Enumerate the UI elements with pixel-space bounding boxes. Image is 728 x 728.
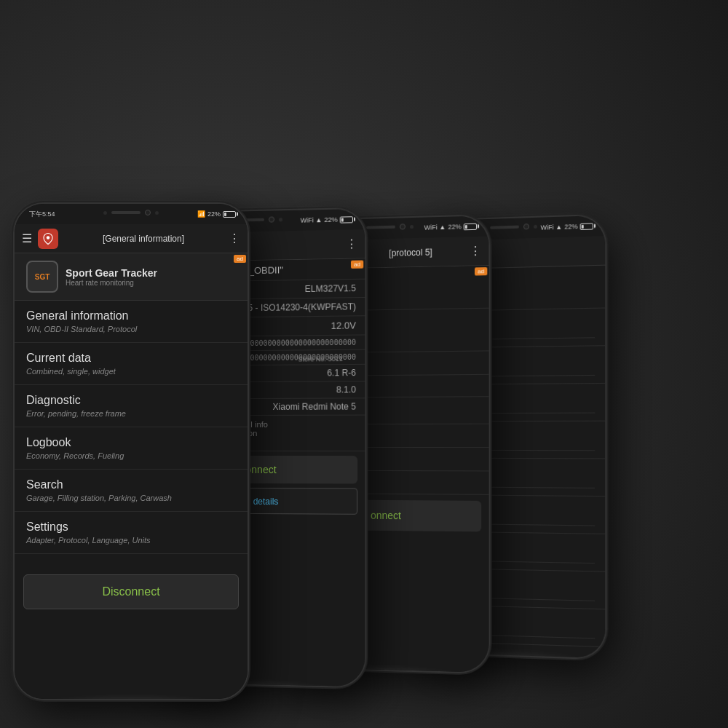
menu-current-data[interactable]: Current data Combined, single, widget [15,343,248,385]
more-icon-2: ⋮ [346,237,357,250]
main-content-1: ad SGT Sport Gear Tracker Heart rate mon… [15,253,248,699]
app-title-1: [General information] [64,234,223,244]
more-menu-1[interactable]: ⋮ [229,232,240,245]
ad-badge-3: ad [475,267,487,275]
battery-icon-2 [340,216,353,223]
battery-4: WiFi ▲ 22% [541,222,593,231]
time-1: 下午5:54 [29,210,55,219]
ad-badge-2: ad [351,261,363,269]
menu-search[interactable]: Search Garage, Filling station, Parking,… [15,470,248,512]
app-title-3: [protocol 5] [358,246,463,258]
hamburger-menu-1[interactable]: ☰ [22,232,32,245]
app-subtitle: Heart rate monitoring [66,279,236,287]
battery-status-1: 📶 22% [197,210,236,218]
battery-icon-4 [580,223,593,230]
battery-2: WiFi ▲ 22% [301,215,353,224]
sgt-logo: SGT [26,261,58,293]
disconnect-button-1[interactable]: Disconnect [23,574,239,609]
more-icon-3: ⋮ [470,244,481,258]
battery-icon-3 [464,223,477,230]
app-bar-1: ☰ [General information] ⋮ [15,224,248,253]
sgt-card: SGT Sport Gear Tracker Heart rate monito… [15,253,248,301]
sgt-info: Sport Gear Tracker Heart rate monitoring [66,267,236,287]
menu-logbook[interactable]: Logbook Economy, Records, Fueling [15,427,248,470]
menu-settings[interactable]: Settings Adapter, Protocol, Language, Un… [15,512,248,554]
disconnect-btn-3[interactable]: onnect [371,510,401,521]
app-name: Sport Gear Tracker [66,267,236,279]
ad-badge-1: ad [234,255,246,263]
battery-3: WiFi ▲ 22% [424,223,477,232]
svg-point-2 [47,236,50,240]
menu-general-info[interactable]: General information VIN, OBD-II Standard… [15,301,248,343]
battery-icon-1 [223,211,236,218]
phone-1: 下午5:54 📶 22% ☰ [General information] ⋮ a… [15,204,248,699]
menu-diagnostic[interactable]: Diagnostic Error, pending, freeze frame [15,385,248,427]
wifi-signal: 📶 [197,210,205,218]
app-logo-1 [38,229,58,249]
